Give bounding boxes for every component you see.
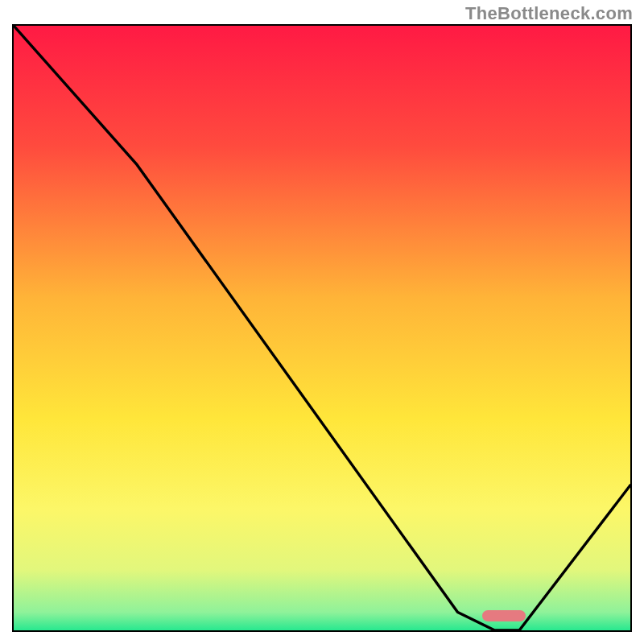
optimal-range-marker [482,610,526,621]
chart-line [14,26,630,630]
chart-area [12,24,632,632]
watermark: TheBottleneck.com [465,3,633,24]
